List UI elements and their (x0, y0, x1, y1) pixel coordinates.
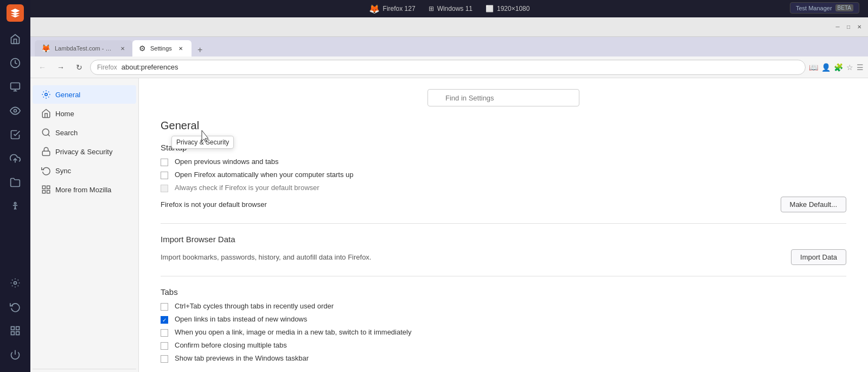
lt-nav-upload[interactable] (4, 148, 26, 169)
svg-point-4 (14, 110, 17, 112)
sidebar-item-more[interactable]: More from Mozilla (33, 180, 136, 199)
lt-sidebar (0, 0, 30, 372)
lt-nav-accessibility[interactable] (4, 196, 26, 217)
forward-btn[interactable]: → (53, 60, 68, 75)
svg-rect-20 (47, 191, 50, 193)
tab-add-btn[interactable]: + (194, 43, 207, 56)
tab-close-1[interactable]: ✕ (119, 44, 126, 53)
account-icon[interactable]: 👤 (821, 63, 831, 72)
sidebar-more-label: More from Mozilla (55, 186, 111, 194)
tab-label-2: Settings (150, 45, 172, 52)
startup-row-1: Open previous windows and tabs (161, 157, 846, 166)
content-area: General Home Search Privacy & Security S… (30, 78, 868, 372)
sidebar-sync-label: Sync (55, 167, 71, 175)
lt-nav-visual[interactable] (4, 100, 26, 122)
sidebar-bottom: Extensions & Themes Firefox Support (33, 369, 136, 372)
resolution-label: 1920×1080 (497, 5, 529, 12)
refresh-btn[interactable]: ↻ (72, 60, 87, 75)
tabs-label-2: Open links in tabs instead of new window… (175, 315, 846, 323)
find-settings-container: 🔍 (161, 89, 846, 106)
reader-icon[interactable]: 📖 (809, 63, 818, 72)
svg-rect-17 (42, 186, 45, 188)
sidebar-search-label: Search (55, 129, 78, 137)
extensions-icon[interactable]: 🧩 (834, 63, 843, 72)
svg-point-14 (42, 129, 49, 135)
firefox-icon: 🦊 (369, 4, 380, 14)
browser-window: ─ □ ✕ 🦊 LambdaTest.com - Get Started ✕ ⚙… (30, 17, 868, 372)
close-btn[interactable]: ✕ (855, 23, 864, 31)
checkbox-restore[interactable] (161, 159, 168, 166)
url-bar: ← → ↻ Firefox about:preferences 📖 👤 🧩 ☆ … (30, 56, 868, 78)
os-label: Windows 11 (437, 5, 473, 12)
find-settings-input[interactable] (427, 89, 579, 106)
lt-nav-sync[interactable] (4, 296, 26, 318)
url-text: about:preferences (122, 63, 178, 71)
divider-2 (161, 276, 846, 276)
svg-line-15 (48, 134, 49, 136)
sidebar-item-home[interactable]: Home (33, 104, 136, 123)
resolution-icon: ⬜ (486, 5, 494, 12)
tabs-row-4: Confirm before closing multiple tabs (161, 341, 846, 350)
lt-nav-automation[interactable] (4, 76, 26, 98)
svg-rect-9 (16, 327, 20, 330)
ff-settings-sidebar: General Home Search Privacy & Security S… (30, 78, 139, 372)
sidebar-item-search[interactable]: Search (33, 123, 136, 142)
ff-main-content: 🔍 General Startup Open previous windows … (139, 78, 868, 372)
make-default-btn[interactable]: Make Default... (781, 197, 846, 212)
svg-rect-19 (42, 191, 45, 193)
back-btn[interactable]: ← (35, 60, 50, 75)
svg-rect-11 (16, 332, 20, 335)
tab-settings[interactable]: ⚙ Settings ✕ (132, 40, 192, 56)
import-data-btn[interactable]: Import Data (791, 249, 846, 265)
lt-nav-test[interactable] (4, 124, 26, 146)
checkbox-open-links[interactable] (161, 316, 168, 324)
divider-1 (161, 223, 846, 224)
windows-icon: ⊞ (429, 5, 434, 12)
browser-label: Firefox 127 (383, 5, 416, 12)
checkbox-default-check[interactable] (161, 185, 168, 192)
default-browser-row: Firefox is not your default browser Make… (161, 197, 846, 212)
lt-nav-grid[interactable] (4, 320, 26, 342)
lt-nav-realtime[interactable] (4, 52, 26, 74)
tabs-title: Tabs (161, 287, 846, 297)
url-bar-input[interactable]: Firefox about:preferences (90, 60, 806, 75)
startup-title: Startup (161, 143, 846, 152)
test-manager-label: Test Manager (796, 5, 832, 11)
minimize-btn[interactable]: ─ (833, 23, 842, 31)
lt-nav-folder[interactable] (4, 172, 26, 193)
lt-nav-power[interactable] (4, 344, 26, 365)
os-info: ⊞ Windows 11 (429, 5, 473, 12)
tab-lambdatest[interactable]: 🦊 LambdaTest.com - Get Started ✕ (35, 40, 132, 56)
menu-icon[interactable]: ☰ (857, 63, 864, 72)
privacy-security-tooltip: Privacy & Security (171, 136, 234, 149)
url-icons: 📖 👤 🧩 ☆ ☰ (809, 63, 864, 72)
test-manager-button[interactable]: Test Manager BETA (790, 2, 859, 14)
url-firefox-label: Firefox (97, 64, 117, 71)
title-bar: ─ □ ✕ (30, 17, 868, 37)
svg-rect-1 (11, 83, 20, 90)
svg-rect-16 (42, 151, 50, 155)
checkbox-ctrl-tab[interactable] (161, 303, 168, 311)
default-browser-text: Firefox is not your default browser (161, 200, 774, 209)
sidebar-item-general[interactable]: General (33, 85, 136, 104)
resolution-info: ⬜ 1920×1080 (486, 5, 529, 12)
checkbox-autostart[interactable] (161, 172, 168, 179)
sidebar-item-privacy[interactable]: Privacy & Security (33, 142, 136, 161)
startup-row-2: Open Firefox automatically when your com… (161, 171, 846, 179)
import-title: Import Browser Data (161, 235, 846, 244)
bookmark-icon[interactable]: ☆ (846, 63, 853, 72)
section-title-general: General (161, 119, 846, 132)
maximize-btn[interactable]: □ (844, 23, 853, 31)
sidebar-item-sync[interactable]: Sync (33, 161, 136, 180)
tab-close-2[interactable]: ✕ (176, 44, 185, 53)
checkbox-confirm-close[interactable] (161, 342, 168, 350)
checkbox-taskbar[interactable] (161, 355, 168, 363)
checkbox-switch-new[interactable] (161, 329, 168, 337)
beta-badge: BETA (835, 4, 853, 11)
lt-nav-settings[interactable] (4, 272, 26, 294)
lt-nav-home[interactable] (4, 28, 26, 50)
tab-favicon-2: ⚙ (139, 44, 146, 53)
tabs-row-5: Show tab previews in the Windows taskbar (161, 354, 846, 363)
svg-point-7 (14, 282, 17, 285)
import-row: Import bookmarks, passwords, history, an… (161, 249, 846, 265)
